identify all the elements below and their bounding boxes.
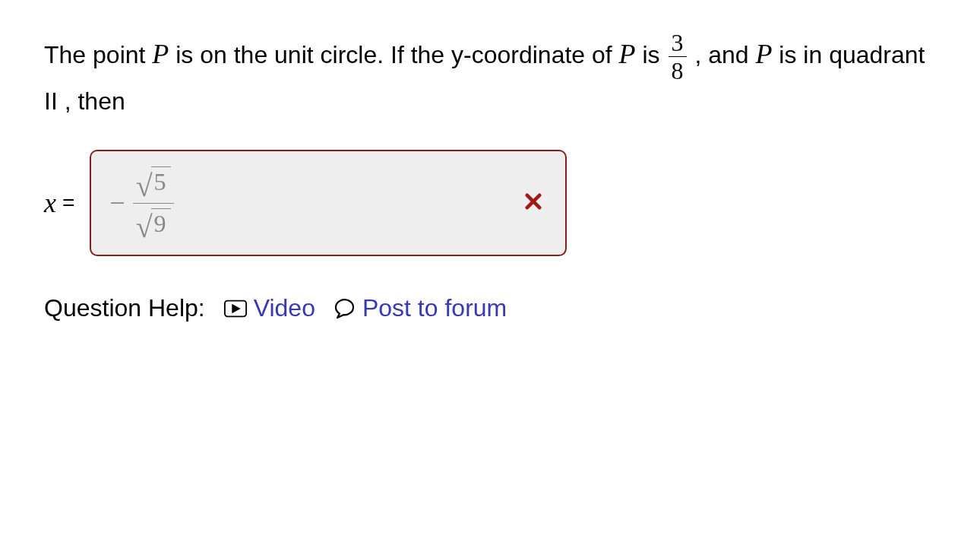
- video-play-icon: [223, 299, 248, 319]
- answer-fraction: √ 5 √ 9: [133, 166, 174, 239]
- equals-sign: =: [62, 191, 74, 215]
- answer-row: x = − √ 5 √ 9: [44, 150, 936, 256]
- fraction-denominator: 8: [669, 56, 687, 83]
- video-help-link[interactable]: Video: [223, 294, 315, 322]
- q-text-2: is on the unit circle. If the y-coordina…: [175, 41, 618, 68]
- sqrt-content-num: 5: [151, 166, 171, 196]
- comment-icon: [334, 297, 356, 320]
- question-help-row: Question Help: Video Post to forum: [44, 294, 936, 322]
- answer-numerator: √ 5: [133, 166, 174, 202]
- var-P-1: P: [152, 39, 169, 69]
- minus-sign: −: [109, 187, 125, 219]
- q-text-4: , and: [694, 41, 755, 68]
- fraction-numerator: 3: [669, 30, 687, 56]
- sqrt-sign-num: √: [136, 174, 153, 198]
- sqrt-content-den: 9: [151, 208, 171, 238]
- forum-link-text: Post to forum: [362, 294, 507, 322]
- incorrect-icon: [523, 189, 544, 218]
- answer-denominator: √ 9: [133, 203, 174, 239]
- sqrt-num: √ 5: [136, 166, 171, 198]
- answer-var-x: x: [44, 187, 56, 219]
- sqrt-den: √ 9: [136, 208, 171, 239]
- answer-content: − √ 5 √ 9: [109, 166, 173, 239]
- q-text-3: is: [643, 41, 667, 68]
- question-text: The point P is on the unit circle. If th…: [44, 30, 936, 119]
- fraction-3-8: 3 8: [669, 30, 687, 83]
- q-text-1: The point: [44, 41, 152, 68]
- question-help-label: Question Help:: [44, 294, 205, 322]
- var-P-3: P: [755, 39, 772, 69]
- forum-help-link[interactable]: Post to forum: [334, 294, 507, 322]
- video-link-text: Video: [254, 294, 315, 322]
- svg-marker-3: [232, 305, 239, 312]
- answer-input-box[interactable]: − √ 5 √ 9: [90, 150, 567, 256]
- sqrt-sign-den: √: [136, 215, 153, 239]
- var-P-2: P: [619, 39, 636, 69]
